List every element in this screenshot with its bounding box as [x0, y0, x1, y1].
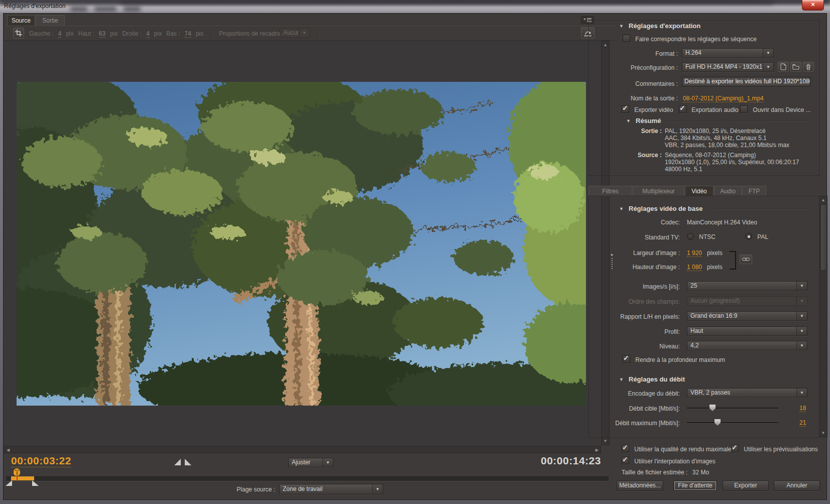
chevron-down-icon: ▼ — [299, 29, 309, 37]
crop-right-label: Droite : — [122, 30, 142, 37]
scrollbar-thumb[interactable] — [820, 204, 827, 271]
tab-filtres[interactable]: Filtres — [588, 186, 632, 196]
pal-label: PAL — [757, 233, 768, 240]
ntsc-radio[interactable] — [687, 233, 694, 240]
max-bitrate-value[interactable]: 21 — [799, 419, 806, 427]
height-value[interactable]: 1 080 — [687, 264, 702, 271]
chain-link-icon — [742, 257, 750, 262]
aspect-dropdown[interactable]: Grand écran 16:9 ▼ — [687, 311, 807, 321]
scroll-left-icon[interactable]: ◀ — [7, 448, 10, 452]
chevron-down-icon: ▼ — [763, 63, 773, 71]
profile-label: Profil: — [591, 328, 680, 335]
crop-tool-button[interactable] — [13, 28, 24, 39]
crop-top-value[interactable]: 63 — [99, 30, 105, 38]
preview-horizontal-scrollbar[interactable]: ◀ ▶ — [4, 446, 601, 453]
format-dropdown[interactable]: H.264 ▼ — [682, 48, 774, 58]
scroll-right-icon[interactable]: ▶ — [596, 448, 599, 452]
frame-interp-checkbox[interactable]: ✓ — [622, 457, 629, 464]
chevron-down-icon: ▼ — [796, 389, 807, 397]
export-button[interactable]: Exporter — [723, 480, 769, 491]
profile-dropdown[interactable]: Haut ▼ — [687, 326, 807, 336]
output-name-label: Nom de la sortie : — [591, 95, 678, 102]
tab-source[interactable]: Source — [7, 15, 35, 26]
export-video-checkbox[interactable]: ✓ — [622, 105, 629, 113]
comments-input[interactable]: Destiné à exporter les vidéos full HD 19… — [682, 77, 810, 86]
target-bitrate-value[interactable]: 18 — [799, 405, 806, 412]
format-value: H.264 — [682, 49, 763, 57]
collapse-triangle-icon[interactable]: ▼ — [626, 118, 631, 123]
check-icon: ✓ — [622, 443, 628, 451]
metadata-button[interactable]: Métadonnées... — [617, 480, 663, 491]
fps-label: Images/s [i/s]: — [591, 283, 680, 290]
fit-dropdown[interactable]: Ajuster ▼ — [288, 458, 333, 467]
output-name-link[interactable]: 08-07-2012 (Camping)_1.mp4 — [683, 95, 764, 102]
max-quality-checkbox[interactable]: ✓ — [622, 445, 629, 452]
queue-button[interactable]: File d'attente — [673, 480, 717, 491]
open-device-row: Ouvrir dans Device ... — [740, 105, 811, 113]
crop-bottom-value[interactable]: 74 — [185, 30, 191, 38]
source-preview-image — [17, 82, 586, 406]
collapse-triangle-icon[interactable]: ▼ — [619, 206, 624, 211]
tab-audio[interactable]: Audio — [714, 186, 742, 196]
preset-dropdown[interactable]: Full HD H.264 MP4 - 1920x1... ▼ — [682, 62, 774, 72]
open-device-checkbox[interactable] — [740, 105, 748, 113]
collapse-triangle-icon[interactable]: ▼ — [619, 377, 624, 382]
crop-left-label: Gauche : — [29, 30, 54, 37]
pal-radio[interactable] — [745, 233, 752, 240]
fps-value: 25 — [687, 282, 796, 290]
crop-bottom-label: Bas : — [166, 30, 180, 37]
scroll-up-icon[interactable]: ▲ — [819, 198, 827, 202]
current-timecode[interactable]: 00:00:03:22 — [11, 455, 71, 467]
scroll-down-icon[interactable]: ▼ — [602, 439, 609, 443]
work-area-bar[interactable] — [11, 476, 34, 480]
playhead-grip-dots — [15, 470, 16, 471]
bitrate-encoding-dropdown[interactable]: VBR, 2 passes ▼ — [687, 388, 807, 398]
playhead-pin[interactable] — [14, 468, 20, 476]
tab-ftp[interactable]: FTP — [742, 186, 766, 196]
export-video-row: ✓ Exporter vidéo — [622, 105, 673, 113]
chevron-down-icon: ▼ — [322, 458, 333, 467]
scroll-down-icon[interactable]: ▼ — [819, 431, 827, 435]
titlebar[interactable]: Réglages d'exportation × — [0, 0, 830, 13]
tab-multiplexeur[interactable]: Multiplexeur — [633, 186, 684, 196]
max-bitrate-slider[interactable] — [687, 422, 778, 423]
use-previews-checkbox[interactable]: ✓ — [731, 445, 739, 452]
tab-video[interactable]: Vidéo — [685, 186, 714, 196]
max-quality-label: Utiliser la qualité de rendu maximale — [634, 446, 731, 453]
collapse-triangle-icon[interactable]: ▼ — [619, 24, 624, 29]
link-dimensions-button[interactable] — [740, 255, 752, 264]
close-button[interactable]: × — [802, 0, 824, 11]
crop-left-value[interactable]: 4 — [58, 30, 62, 38]
export-audio-checkbox[interactable]: ✓ — [679, 105, 686, 113]
export-audio-label: Exportation audio — [691, 106, 738, 113]
match-sequence-checkbox[interactable] — [623, 35, 630, 42]
settings-scrollbar[interactable]: ▲ ▼ — [819, 196, 827, 437]
folder-icon — [792, 64, 799, 70]
profile-value: Haut — [687, 327, 796, 335]
height-unit: pixels — [707, 264, 723, 271]
cancel-button[interactable]: Annuler — [774, 480, 820, 491]
tab-sortie[interactable]: Sortie — [36, 15, 65, 26]
width-unit: pixels — [707, 249, 723, 257]
max-depth-checkbox[interactable]: ✓ — [623, 355, 630, 363]
fps-dropdown[interactable]: 25 ▼ — [687, 281, 807, 291]
timeline-track[interactable] — [6, 476, 609, 481]
field-order-label: Ordre des champs: — [591, 298, 680, 305]
summary-source-label: Source : — [591, 152, 662, 159]
source-range-dropdown[interactable]: Zone de travail ▼ — [279, 484, 383, 494]
width-value[interactable]: 1 920 — [687, 249, 702, 257]
delete-preset-button[interactable] — [803, 62, 814, 72]
playhead-stem — [17, 471, 18, 475]
crop-right-value[interactable]: 4 — [146, 30, 150, 38]
open-device-label: Ouvrir dans Device ... — [753, 106, 810, 113]
section-rule — [710, 26, 811, 26]
level-value: 4,2 — [687, 341, 796, 350]
level-dropdown[interactable]: 4,2 ▼ — [687, 341, 807, 350]
import-preset-button[interactable] — [790, 62, 801, 72]
max-bitrate-label: Débit maximum [Mbit/s]: — [591, 420, 680, 427]
chevron-down-icon: ▼ — [796, 341, 807, 350]
video-basic-title: Réglages vidéo de base — [629, 205, 702, 212]
crop-icon — [15, 30, 22, 37]
target-bitrate-slider[interactable] — [687, 408, 778, 409]
save-preset-button[interactable] — [778, 62, 789, 72]
